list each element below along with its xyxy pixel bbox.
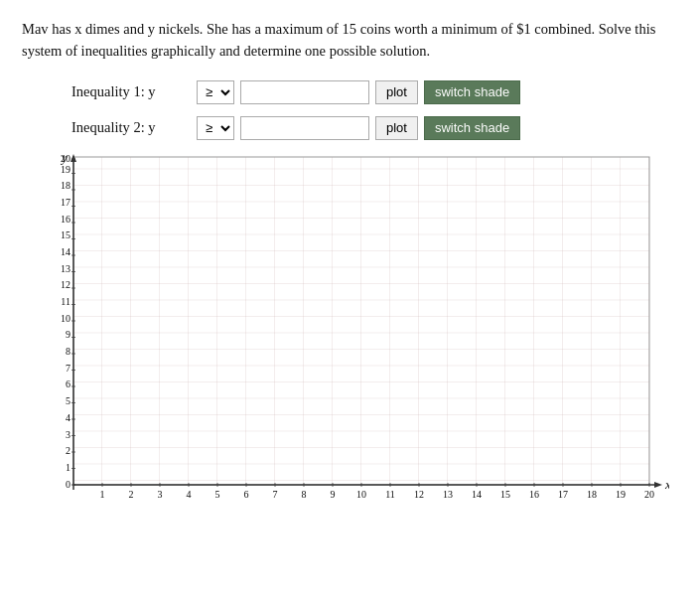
- svg-text:6: 6: [66, 379, 70, 389]
- svg-marker-7: [654, 482, 662, 488]
- svg-text:11: 11: [61, 296, 70, 307]
- svg-text:7: 7: [66, 363, 70, 374]
- svg-text:17: 17: [558, 489, 568, 500]
- svg-text:2: 2: [129, 489, 134, 500]
- svg-text:12: 12: [414, 489, 424, 500]
- svg-text:4: 4: [66, 412, 70, 423]
- svg-text:10: 10: [61, 313, 70, 324]
- svg-text:0: 0: [66, 479, 70, 490]
- svg-text:14: 14: [472, 489, 482, 500]
- graph-container: y x 0 1 2 3 4 5 6 7 8 9 10 11 12 13 14 1…: [44, 152, 678, 510]
- svg-text:17: 17: [61, 197, 70, 208]
- svg-text:18: 18: [587, 489, 597, 500]
- svg-text:11: 11: [385, 489, 395, 500]
- inequality-1-input[interactable]: [240, 80, 369, 104]
- svg-text:20: 20: [61, 153, 70, 164]
- svg-text:18: 18: [61, 180, 70, 191]
- inequality-1-sign-select[interactable]: ≥ ≤ > <: [197, 80, 234, 104]
- inequality-2-switch-button[interactable]: switch shade: [424, 116, 520, 140]
- svg-text:3: 3: [66, 429, 70, 440]
- svg-text:13: 13: [61, 263, 70, 274]
- inequalities-section: Inequality 1: y ≥ ≤ > < plot switch shad…: [71, 80, 678, 140]
- inequality-2-plot-button[interactable]: plot: [375, 116, 418, 140]
- svg-text:5: 5: [215, 489, 220, 500]
- svg-text:7: 7: [273, 489, 278, 500]
- svg-text:13: 13: [443, 489, 453, 500]
- inequality-2-label: Inequality 2: y: [71, 119, 191, 136]
- inequality-1-switch-button[interactable]: switch shade: [424, 80, 520, 104]
- problem-text: Mav has x dimes and y nickels. She has a…: [22, 18, 678, 63]
- svg-text:8: 8: [302, 489, 307, 500]
- svg-rect-2: [73, 157, 649, 485]
- inequality-row-2: Inequality 2: y ≥ ≤ > < plot switch shad…: [71, 116, 678, 140]
- svg-text:6: 6: [244, 489, 249, 500]
- inequality-1-label: Inequality 1: y: [71, 83, 191, 100]
- svg-text:5: 5: [66, 395, 70, 406]
- svg-text:12: 12: [61, 279, 70, 290]
- svg-text:19: 19: [616, 489, 626, 500]
- svg-text:10: 10: [356, 489, 366, 500]
- svg-text:x: x: [664, 477, 669, 492]
- svg-text:2: 2: [66, 445, 70, 456]
- inequality-2-input[interactable]: [240, 116, 369, 140]
- svg-text:20: 20: [644, 489, 654, 500]
- svg-text:16: 16: [529, 489, 539, 500]
- svg-text:15: 15: [61, 229, 70, 240]
- svg-text:4: 4: [187, 489, 192, 500]
- svg-text:14: 14: [61, 246, 70, 257]
- svg-text:3: 3: [158, 489, 163, 500]
- svg-text:1: 1: [100, 489, 105, 500]
- inequality-row-1: Inequality 1: y ≥ ≤ > < plot switch shad…: [71, 80, 678, 104]
- svg-text:9: 9: [66, 329, 70, 340]
- svg-text:19: 19: [61, 164, 70, 175]
- inequality-1-plot-button[interactable]: plot: [375, 80, 418, 104]
- svg-text:1: 1: [66, 462, 70, 473]
- svg-text:15: 15: [500, 489, 510, 500]
- svg-text:9: 9: [331, 489, 336, 500]
- svg-text:16: 16: [61, 214, 70, 225]
- inequality-2-sign-select[interactable]: ≥ ≤ > <: [197, 116, 234, 140]
- svg-text:8: 8: [66, 346, 70, 357]
- graph-svg: y x 0 1 2 3 4 5 6 7 8 9 10 11 12 13 14 1…: [44, 152, 669, 510]
